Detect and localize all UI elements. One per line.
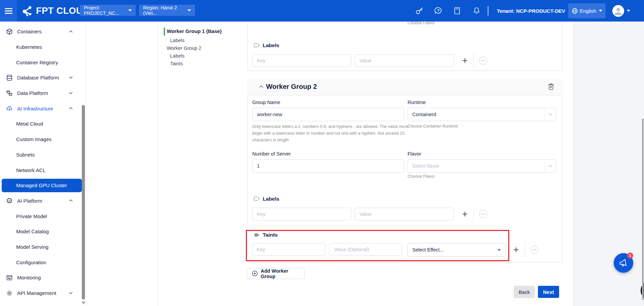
tenant-selector[interactable]: Tenant: NCP-PRODUCT-DEV	[497, 0, 572, 22]
navbar-divider	[488, 6, 488, 15]
sidebar-item-label: Container Registry	[16, 60, 58, 65]
flavor-select-placeholder: Select flavor	[408, 163, 439, 169]
collapse-chevron-icon[interactable]	[259, 85, 263, 88]
api-gear-icon	[6, 290, 13, 297]
delete-worker-group-icon[interactable]	[548, 83, 554, 90]
add-worker-group-button[interactable]: Add Worker Group	[247, 268, 305, 279]
tag-icon	[254, 196, 260, 201]
svg-text:?: ?	[437, 8, 440, 12]
sidebar-item-data-platform[interactable]: Data Platform	[0, 86, 86, 101]
sidebar-item-label: Monitoring	[17, 275, 41, 280]
wg2-labels-key-input[interactable]	[252, 208, 351, 220]
tree-item-worker-group-2[interactable]: Worker Group 2	[167, 45, 201, 51]
notifications-bell-icon[interactable]	[472, 6, 481, 15]
sidebar-item-label: Custom Images	[16, 136, 52, 142]
sidebar-item-label: Subnets	[16, 152, 35, 158]
divider	[525, 241, 525, 258]
taints-key-input[interactable]	[252, 243, 325, 256]
page-scrollbar-thumb[interactable]	[642, 118, 644, 300]
runtime-select[interactable]: Containerd	[408, 108, 556, 121]
tree-item-labels-1[interactable]: Labels	[170, 38, 185, 43]
help-chat-icon[interactable]: ?	[434, 6, 443, 15]
region-selector[interactable]: Region: Hanoi 2 (Viet...	[139, 5, 195, 16]
api-key-icon[interactable]	[415, 6, 424, 15]
sidebar-item-kubernetes[interactable]: Kubernetes	[0, 39, 86, 55]
sidebar-item-label: Metal Cloud	[16, 121, 43, 127]
active-step-indicator	[164, 28, 165, 36]
labels-key-input[interactable]	[252, 54, 351, 67]
chevron-up-icon	[69, 30, 73, 33]
runtime-label: Runtime	[408, 100, 426, 105]
add-label-button[interactable]: +	[462, 209, 468, 219]
labels-section-title: Labels	[263, 196, 279, 202]
remove-label-button[interactable]	[479, 57, 487, 65]
sidebar-scroll-down-arrow[interactable]	[82, 302, 86, 304]
wg2-labels-value-input[interactable]	[355, 208, 454, 220]
sidebar-item-ai-infrastructure[interactable]: AI Infrastructure	[0, 101, 86, 116]
user-menu[interactable]	[612, 0, 630, 22]
sidebar-item-custom-images[interactable]: Custom Images	[0, 132, 86, 147]
chevron-down-icon	[599, 10, 602, 12]
tenant-label: Tenant: NCP-PRODUCT-DEV	[497, 8, 565, 14]
labels-value-input[interactable]	[355, 54, 454, 67]
megaphone-icon	[618, 258, 629, 268]
tree-item-taints[interactable]: Taints	[170, 61, 183, 66]
taints-value-input[interactable]	[329, 243, 402, 256]
hamburger-icon	[5, 7, 12, 15]
flavor-select[interactable]: Select flavor	[408, 159, 556, 173]
sidebar-item-containers[interactable]: Containers	[0, 24, 86, 39]
chevron-down-icon	[548, 113, 553, 116]
chevron-down-icon	[69, 76, 73, 79]
sidebar-item-label: Kubernetes	[16, 44, 42, 50]
next-button[interactable]: Next	[538, 286, 559, 298]
sidebar-item-subnets[interactable]: Subnets	[0, 147, 86, 163]
chevron-down-icon	[188, 9, 191, 11]
sidebar-item-label: Managed GPU Cluster	[16, 182, 67, 188]
remove-taint-button[interactable]	[530, 246, 539, 254]
sidebar-item-label: API Management	[17, 290, 56, 296]
back-button[interactable]: Back	[514, 286, 535, 298]
add-label-button[interactable]: +	[462, 56, 468, 65]
sidebar-item-configuration[interactable]: Configuration	[0, 254, 86, 270]
sidebar-item-model-catalog[interactable]: Model Catalog	[0, 224, 86, 239]
svg-text:AI: AI	[8, 200, 10, 202]
chevron-down-icon	[69, 292, 73, 294]
divider	[545, 160, 545, 172]
sidebar-item-metal-cloud[interactable]: Metal Cloud	[0, 116, 86, 132]
number-of-server-input[interactable]	[252, 159, 404, 173]
cloud-sync-icon	[6, 105, 13, 112]
sidebar-item-private-model[interactable]: Private Model	[0, 208, 86, 224]
sidebar-item-label: Private Model	[16, 213, 47, 219]
sidebar-item-network-acl[interactable]: Network ACL	[0, 162, 86, 178]
divider	[545, 108, 545, 121]
sidebar-item-monitoring[interactable]: Monitoring	[0, 270, 86, 285]
flavor-label: Flavor	[408, 151, 421, 157]
sidebar-item-container-registry[interactable]: Container Registry	[0, 55, 86, 70]
brand-logo[interactable]: FPT CLOUD	[22, 0, 90, 22]
sidebar-item-label: Configuration	[16, 260, 46, 265]
sidebar-item-api-management[interactable]: API Management	[0, 285, 86, 301]
tree-item-worker-group-1[interactable]: Worker Group 1 (Base)	[167, 28, 222, 34]
sidebar-item-database-platform[interactable]: Database Platform	[0, 70, 86, 86]
docs-book-icon[interactable]	[453, 6, 461, 15]
sidebar-scrollbar-thumb[interactable]	[82, 105, 85, 300]
hamburger-menu-button[interactable]	[0, 0, 17, 22]
worker-group-2-title: Worker Group 2	[266, 83, 317, 91]
tree-item-labels-2[interactable]: Labels	[170, 53, 185, 59]
group-name-label: Group Name	[252, 100, 280, 105]
group-name-input[interactable]	[252, 108, 404, 121]
add-taint-button[interactable]: +	[513, 245, 519, 254]
sidebar-item-model-serving[interactable]: Model Serving	[0, 239, 86, 255]
circle-plus-icon	[252, 270, 258, 277]
sidebar-item-ai-platform[interactable]: AI AI Platform	[0, 193, 86, 209]
project-selector[interactable]: Project: PROJECT_NC...	[80, 5, 136, 16]
taints-effect-value: Select Effect...	[408, 247, 444, 252]
taints-effect-select[interactable]: Select Effect...	[407, 243, 506, 257]
remove-label-button[interactable]	[479, 210, 487, 218]
language-selector[interactable]: English	[568, 3, 606, 18]
caret-down-icon	[497, 249, 501, 251]
project-selector-label: Project: PROJECT_NC...	[84, 5, 128, 16]
sidebar-item-managed-gpu-cluster[interactable]: Managed GPU Cluster	[0, 178, 86, 193]
sidebar-item-label: Model Catalog	[16, 229, 49, 234]
sidebar-item-label: Data Platform	[17, 90, 48, 96]
